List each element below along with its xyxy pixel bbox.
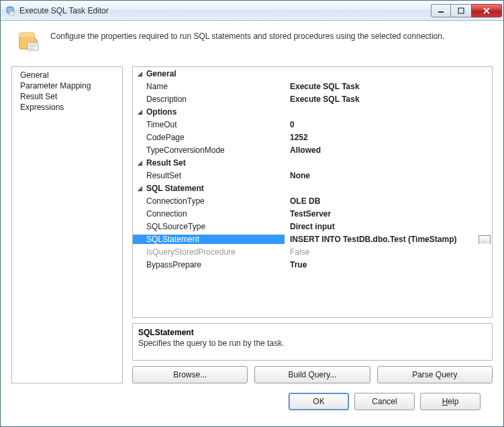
prop-sqlstatement[interactable]: SQLStatement INSERT INTO TestDB.dbo.Test… xyxy=(133,233,492,245)
category-label: SQL Statement xyxy=(146,184,204,193)
expand-icon[interactable]: ◢ xyxy=(133,70,146,77)
right-pane: ◢ General Name Execute SQL Task Descript… xyxy=(132,66,493,383)
browse-button[interactable]: Browse... xyxy=(132,366,248,383)
category-label: Result Set xyxy=(146,158,186,168)
prop-isquerystoredprocedure: IsQueryStoredProcedure False xyxy=(133,245,492,258)
prop-value[interactable]: 1252 xyxy=(285,133,492,142)
prop-label: ConnectionType xyxy=(133,196,285,206)
prop-value[interactable]: Execute SQL Task xyxy=(285,82,492,91)
expand-icon[interactable]: ◢ xyxy=(133,109,146,115)
property-grid: ◢ General Name Execute SQL Task Descript… xyxy=(132,66,493,318)
sidebar-item-general[interactable]: General xyxy=(13,70,121,80)
prop-connectiontype[interactable]: ConnectionType OLE DB xyxy=(133,194,492,207)
prop-value-text: INSERT INTO TestDB.dbo.Test (TimeStamp) xyxy=(290,235,456,244)
footer: OK Cancel Help xyxy=(11,383,493,420)
category-sqlstatement: ◢ SQL Statement xyxy=(133,182,492,194)
prop-label: SQLSourceType xyxy=(133,222,285,231)
prop-value[interactable]: TestServer xyxy=(285,209,492,219)
prop-value: False xyxy=(285,247,492,257)
task-icon xyxy=(18,30,41,53)
help-label-rest: elp xyxy=(448,397,458,406)
parse-query-button[interactable]: Parse Query xyxy=(377,366,493,383)
expand-icon[interactable]: ◢ xyxy=(133,185,146,192)
prop-timeout[interactable]: TimeOut 0 xyxy=(133,118,492,131)
dialog-window: Execute SQL Task Editor xyxy=(0,0,504,427)
prop-label: CodePage xyxy=(133,133,285,142)
minimize-button[interactable] xyxy=(431,4,451,17)
sidebar-item-result-set[interactable]: Result Set xyxy=(13,91,121,102)
category-label: Options xyxy=(146,107,177,117)
prop-sqlsourcetype[interactable]: SQLSourceType Direct input xyxy=(133,220,492,233)
prop-value[interactable]: None xyxy=(285,171,492,180)
maximize-button[interactable] xyxy=(451,4,471,17)
sidebar-item-parameter-mapping[interactable]: Parameter Mapping xyxy=(13,80,121,91)
cancel-button[interactable]: Cancel xyxy=(354,393,415,410)
ellipsis-button[interactable]: ... xyxy=(478,235,491,244)
prop-label: IsQueryStoredProcedure xyxy=(133,247,285,257)
prop-label: ResultSet xyxy=(133,171,285,180)
main-area: General Parameter Mapping Result Set Exp… xyxy=(11,66,493,383)
prop-value[interactable]: Execute SQL Task xyxy=(285,95,492,104)
prop-connection[interactable]: Connection TestServer xyxy=(133,207,492,220)
action-buttons: Browse... Build Query... Parse Query xyxy=(132,366,493,383)
svg-rect-4 xyxy=(458,8,464,13)
prop-label: TypeConversionMode xyxy=(133,145,285,155)
prop-value[interactable]: 0 xyxy=(285,120,492,129)
category-general: ◢ General xyxy=(133,67,492,80)
prop-label: BypassPrepare xyxy=(133,260,285,269)
prop-label: Connection xyxy=(133,209,285,219)
header-description: Configure the properties required to run… xyxy=(50,30,444,41)
prop-codepage[interactable]: CodePage 1252 xyxy=(133,131,492,143)
prop-value[interactable]: Allowed xyxy=(285,145,492,155)
header: Configure the properties required to run… xyxy=(11,30,493,53)
window-title: Execute SQL Task Editor xyxy=(19,6,431,15)
prop-typeconversionmode[interactable]: TypeConversionMode Allowed xyxy=(133,143,492,156)
category-options: ◢ Options xyxy=(133,105,492,118)
help-button[interactable]: Help xyxy=(420,393,481,410)
prop-resultset[interactable]: ResultSet None xyxy=(133,169,492,182)
description-panel: SQLStatement Specifies the query to be r… xyxy=(132,323,493,361)
prop-label: Name xyxy=(133,82,285,91)
prop-value[interactable]: INSERT INTO TestDB.dbo.Test (TimeStamp) … xyxy=(285,235,492,244)
prop-description[interactable]: Description Execute SQL Task xyxy=(133,93,492,105)
titlebar[interactable]: Execute SQL Task Editor xyxy=(1,1,503,21)
close-button[interactable] xyxy=(471,4,502,17)
description-title: SQLStatement xyxy=(138,328,487,337)
category-label: General xyxy=(146,69,177,78)
prop-label: TimeOut xyxy=(133,120,285,129)
prop-bypassprepare[interactable]: BypassPrepare True xyxy=(133,258,492,271)
window-controls xyxy=(431,4,502,17)
prop-name[interactable]: Name Execute SQL Task xyxy=(133,80,492,93)
description-text: Specifies the query to be run by the tas… xyxy=(138,339,487,348)
prop-value[interactable]: Direct input xyxy=(285,222,492,231)
category-resultset: ◢ Result Set xyxy=(133,156,492,169)
prop-label: SQLStatement xyxy=(133,235,285,244)
svg-rect-1 xyxy=(9,11,14,15)
sidebar-item-expressions[interactable]: Expressions xyxy=(13,102,121,113)
prop-value[interactable]: OLE DB xyxy=(285,196,492,206)
prop-label: Description xyxy=(133,95,285,104)
sidebar: General Parameter Mapping Result Set Exp… xyxy=(11,66,123,383)
prop-value[interactable]: True xyxy=(285,260,492,269)
app-icon xyxy=(5,5,15,16)
ok-button[interactable]: OK xyxy=(289,393,349,410)
expand-icon[interactable]: ◢ xyxy=(133,160,146,166)
content-area: Configure the properties required to run… xyxy=(1,21,503,426)
build-query-button[interactable]: Build Query... xyxy=(254,366,370,383)
